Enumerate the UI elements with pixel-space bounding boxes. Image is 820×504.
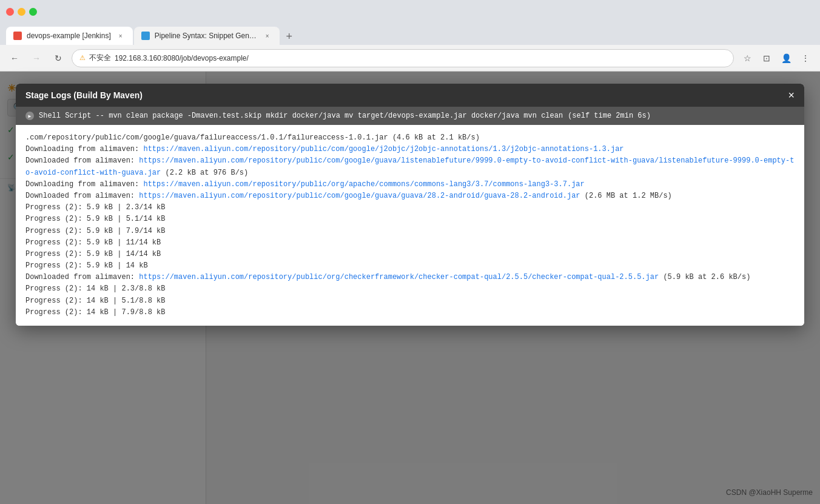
browser-chrome: devops-example [Jenkins] × Pipeline Synt… (0, 0, 820, 72)
log-url-link[interactable]: https://maven.aliyun.com/repository/publ… (139, 192, 580, 200)
tab-pipeline[interactable]: Pipeline Syntax: Snippet Gene... × (134, 27, 280, 45)
log-line: Progress (2): 14 kB | 7.9/8.8 kB (25, 307, 795, 318)
pipeline-favicon-icon (141, 32, 150, 40)
log-url-link[interactable]: https://maven.aliyun.com/repository/publ… (25, 156, 794, 176)
extension-button[interactable]: ⊡ (758, 50, 775, 67)
log-line: Progress (2): 14 kB | 5.1/8.8 kB (25, 295, 795, 307)
log-line: Downloaded from alimaven: https://maven.… (25, 155, 795, 178)
log-line: Downloading from alimaven: https://maven… (25, 144, 795, 155)
log-line: Progress (2): 5.9 kB | 5.1/14 kB (25, 213, 795, 225)
bookmark-button[interactable]: ☆ (739, 50, 756, 67)
stage-script-label: Shell Script -- mvn clean package -Dmave… (39, 112, 563, 120)
stage-self-time: (self time 2min 6s) (568, 112, 651, 120)
log-url-link[interactable]: https://maven.aliyun.com/repository/publ… (143, 145, 623, 153)
minimize-button[interactable] (18, 8, 25, 16)
stage-play-icon: ▶ (25, 112, 34, 120)
log-url-link[interactable]: https://maven.aliyun.com/repository/publ… (139, 273, 659, 281)
log-url-link[interactable]: https://maven.aliyun.com/repository/publ… (143, 180, 584, 189)
modal-title: Stage Logs (Build By Maven) (25, 90, 143, 100)
tab-devops-label: devops-example [Jenkins] (27, 32, 111, 40)
close-button[interactable] (6, 8, 14, 16)
modal-close-button[interactable]: × (788, 90, 795, 101)
tab-devops-close[interactable]: × (116, 31, 126, 41)
log-line: Progress (2): 14 kB | 2.3/8.8 kB (25, 283, 795, 295)
nav-bar: ← → ↻ ⚠ 不安全 192.168.3.160:8080/job/devop… (0, 45, 820, 72)
jenkins-favicon-icon (13, 32, 22, 40)
menu-button[interactable]: ⋮ (797, 50, 814, 67)
nav-actions: ☆ ⊡ 👤 ⋮ (739, 50, 814, 67)
modal-log-body[interactable]: .com/repository/public/com/google/guava/… (16, 125, 804, 326)
log-line: .com/repository/public/com/google/guava/… (25, 132, 795, 144)
tab-devops[interactable]: devops-example [Jenkins] × (6, 27, 133, 45)
modal-stage-header: ▶ Shell Script -- mvn clean package -Dma… (16, 107, 804, 125)
stage-logs-modal: Stage Logs (Build By Maven) × ▶ Shell Sc… (16, 84, 804, 326)
modal-header: Stage Logs (Build By Maven) × (16, 84, 804, 107)
modal-overlay[interactable]: Stage Logs (Build By Maven) × ▶ Shell Sc… (0, 72, 820, 504)
reload-button[interactable]: ↻ (50, 50, 67, 67)
log-line: Progress (2): 5.9 kB | 7.9/14 kB (25, 226, 795, 237)
url-text: 192.168.3.160:8080/job/devops-example/ (115, 54, 726, 62)
title-bar (0, 0, 820, 23)
log-line: Progress (2): 5.9 kB | 14 kB (25, 260, 795, 272)
log-line: Downloading from alimaven: https://maven… (25, 179, 795, 190)
back-button[interactable]: ← (6, 50, 23, 67)
profile-button[interactable]: 👤 (778, 50, 795, 67)
traffic-lights (6, 8, 37, 16)
security-warning-icon: ⚠ (79, 54, 86, 62)
new-tab-button[interactable]: + (281, 28, 298, 45)
log-line: Progress (2): 5.9 kB | 2.3/14 kB (25, 202, 795, 213)
maximize-button[interactable] (29, 8, 37, 16)
tab-pipeline-close[interactable]: × (263, 31, 272, 41)
tab-pipeline-label: Pipeline Syntax: Snippet Gene... (155, 32, 258, 40)
log-line: Progress (2): 5.9 kB | 14/14 kB (25, 249, 795, 260)
address-bar[interactable]: ⚠ 不安全 192.168.3.160:8080/job/devops-exam… (72, 49, 734, 67)
log-line: Downloaded from alimaven: https://maven.… (25, 272, 795, 283)
tabs-bar: devops-example [Jenkins] × Pipeline Synt… (0, 23, 820, 45)
insecure-label: 不安全 (89, 53, 111, 63)
forward-button[interactable]: → (28, 50, 45, 67)
log-line: Progress (2): 5.9 kB | 11/14 kB (25, 237, 795, 249)
log-line: Downloaded from alimaven: https://maven.… (25, 190, 795, 202)
